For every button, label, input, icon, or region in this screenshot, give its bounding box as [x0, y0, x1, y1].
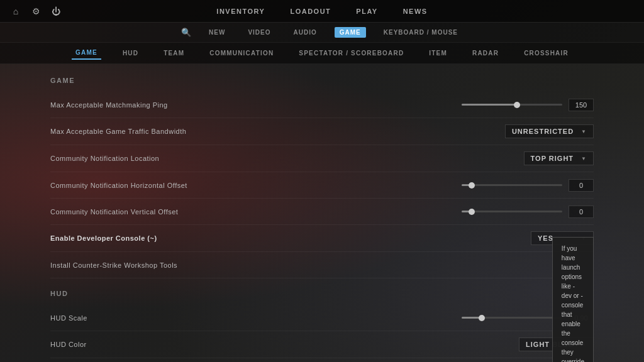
setting-notification-location: Community Notification Location TOP RIGH…: [50, 145, 594, 172]
setting-workshop-tools: Install Counter-Strike Workshop Tools If…: [50, 252, 594, 278]
nav-loadout[interactable]: LOADOUT: [290, 8, 331, 15]
max-ping-track: [462, 104, 562, 106]
nav-play[interactable]: PLAY: [356, 8, 377, 15]
top-navigation: ⌂ ⚙ ⏻ INVENTORY LOADOUT PLAY NEWS: [0, 0, 644, 23]
search-icon[interactable]: 🔍: [181, 28, 191, 37]
hud-color-label: HUD Color: [50, 341, 87, 348]
dev-console-value: YES: [538, 234, 553, 242]
settings-subtabs: GAME HUD TEAM COMMUNICATION SPECTATOR / …: [0, 43, 644, 64]
tab-team[interactable]: TEAM: [160, 47, 188, 59]
max-ping-fill: [462, 104, 517, 106]
max-ping-control: 150: [462, 99, 594, 111]
notification-location-label: Community Notification Location: [50, 155, 159, 162]
notif-vert-track: [462, 211, 562, 212]
cat-audio[interactable]: AUDIO: [289, 27, 322, 38]
notif-vert-control: 0: [462, 206, 594, 218]
notif-horiz-thumb[interactable]: [469, 182, 475, 189]
setting-hud-scale: HUD Scale 0.90: [50, 305, 594, 331]
notif-vert-value: 0: [569, 206, 594, 218]
nav-inventory[interactable]: INVENTORY: [216, 8, 265, 15]
cat-keyboard[interactable]: KEYBOARD / MOUSE: [379, 27, 463, 38]
main-content: Game Max Acceptable Matchmaking Ping 150…: [0, 64, 644, 362]
tooltip-text: If you have launch options like -dev or …: [562, 245, 584, 363]
home-icon[interactable]: ⌂: [10, 6, 21, 17]
nav-news[interactable]: NEWS: [403, 8, 428, 15]
notif-horiz-slider[interactable]: [462, 184, 562, 186]
tab-radar[interactable]: RADAR: [469, 47, 502, 59]
tab-hud[interactable]: HUD: [119, 47, 142, 59]
notification-location-dropdown[interactable]: TOP RIGHT ▼: [524, 151, 594, 165]
main-nav: INVENTORY LOADOUT PLAY NEWS: [216, 8, 427, 15]
setting-dev-console: Enable Developer Console (~) YES ▼: [50, 225, 594, 252]
notification-location-arrow: ▼: [581, 156, 587, 162]
max-bandwidth-dropdown[interactable]: UNRESTRICTED ▼: [505, 124, 594, 138]
hud-scale-track: [462, 317, 562, 319]
setting-hud-color: HUD Color LIGHT BLUE ▼: [50, 331, 594, 358]
dev-console-label: Enable Developer Console (~): [50, 234, 157, 242]
tab-spectator[interactable]: SPECTATOR / SCOREBOARD: [295, 47, 408, 59]
max-ping-slider[interactable]: [462, 104, 562, 106]
top-nav-left: ⌂ ⚙ ⏻: [10, 6, 62, 17]
max-bandwidth-value: UNRESTRICTED: [512, 128, 574, 135]
cat-game[interactable]: GAME: [335, 27, 366, 38]
category-navigation: 🔍 NEW VIDEO AUDIO GAME KEYBOARD / MOUSE: [0, 23, 644, 43]
notif-vert-label: Community Notification Vertical Offset: [50, 208, 178, 216]
setting-notif-horiz: Community Notification Horizontal Offset…: [50, 172, 594, 199]
max-ping-value: 150: [569, 99, 594, 111]
notif-vert-slider[interactable]: [462, 211, 562, 212]
notif-horiz-track: [462, 184, 562, 186]
tab-item[interactable]: ITEM: [425, 47, 451, 59]
max-ping-thumb[interactable]: [514, 102, 520, 108]
setting-max-bandwidth: Max Acceptable Game Traffic Bandwidth UN…: [50, 118, 594, 145]
notif-horiz-label: Community Notification Horizontal Offset: [50, 182, 187, 189]
workshop-tools-label: Install Counter-Strike Workshop Tools: [50, 261, 177, 269]
settings-icon[interactable]: ⚙: [30, 6, 42, 17]
hud-scale-slider[interactable]: [462, 317, 562, 319]
hud-scale-label: HUD Scale: [50, 314, 87, 322]
tab-crosshair[interactable]: CROSSHAIR: [520, 47, 572, 59]
cat-new[interactable]: NEW: [204, 27, 230, 38]
notif-horiz-control: 0: [462, 179, 594, 192]
max-bandwidth-arrow: ▼: [581, 129, 587, 134]
power-icon[interactable]: ⏻: [50, 6, 62, 17]
hud-scale-thumb[interactable]: [479, 315, 485, 321]
workshop-tools-tooltip: If you have launch options like -dev or …: [552, 237, 594, 363]
tab-communication[interactable]: COMMUNICATION: [206, 47, 277, 59]
game-section-title: Game: [50, 77, 594, 84]
cat-video[interactable]: VIDEO: [243, 27, 275, 38]
notification-location-value: TOP RIGHT: [531, 155, 574, 162]
setting-max-ping: Max Acceptable Matchmaking Ping 150: [50, 92, 594, 118]
max-bandwidth-label: Max Acceptable Game Traffic Bandwidth: [50, 128, 186, 135]
tab-game[interactable]: GAME: [72, 47, 101, 60]
hud-section-title: Hud: [50, 290, 594, 297]
notif-vert-thumb[interactable]: [469, 209, 475, 215]
setting-notif-vert: Community Notification Vertical Offset 0: [50, 199, 594, 225]
max-ping-label: Max Acceptable Matchmaking Ping: [50, 101, 168, 109]
notif-horiz-value: 0: [569, 179, 594, 192]
